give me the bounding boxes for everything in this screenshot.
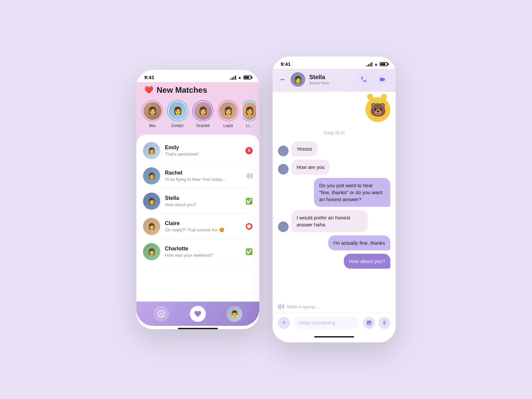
nav-profile-button[interactable]: 👨 bbox=[226, 306, 242, 322]
back-button[interactable]: ← bbox=[279, 75, 287, 84]
home-bar-right bbox=[314, 336, 354, 337]
status-bar-right: 9:41 ▲ bbox=[273, 57, 396, 69]
match-avatar-evelyn[interactable]: 👩 Evelyn bbox=[167, 100, 188, 128]
avatar-name-mia: Mia bbox=[149, 123, 155, 128]
nav-matches-button[interactable] bbox=[190, 306, 206, 322]
message-row-1: Yessss bbox=[278, 141, 390, 156]
message-placeholder: Write something bbox=[299, 320, 335, 326]
chat-item-stella[interactable]: 👩 Stella How about you? ✅ bbox=[136, 189, 259, 214]
chat-header: ← 👩 Stella Active Now bbox=[273, 69, 396, 92]
typing-indicator: Stella is typing... bbox=[273, 300, 396, 313]
input-bar: + Write something bbox=[273, 313, 396, 334]
chat-item-claire[interactable]: 👩 Claire Oh really?! That sounds fun 🤩 ⭕ bbox=[136, 214, 259, 239]
message-row-5: I'm actually fine, thanks bbox=[278, 235, 390, 250]
message-row-6: How about you? bbox=[278, 254, 390, 269]
wave-icon-rachel bbox=[247, 173, 253, 179]
battery-icon-right bbox=[380, 62, 388, 66]
check-icon-stella: ✅ bbox=[245, 198, 253, 205]
chat-avatar-rachel: 👩 bbox=[143, 167, 160, 185]
signal-icon-right bbox=[366, 62, 372, 66]
battery-icon bbox=[243, 75, 251, 79]
wifi-icon: ▲ bbox=[238, 75, 242, 80]
matches-title: New Matches bbox=[157, 85, 207, 95]
status-bar-left: 9:41 ▲ bbox=[136, 70, 259, 82]
chat-item-emily[interactable]: 👩 Emily That's awesome!! 5 bbox=[136, 138, 259, 163]
bubble-yessss: Yessss bbox=[291, 141, 318, 156]
status-icons-right: ▲ bbox=[366, 62, 388, 66]
chat-avatar-stella: 👩 bbox=[143, 193, 160, 210]
chat-list: 👩 Emily That's awesome!! 5 👩 bbox=[136, 135, 259, 302]
signal-icon bbox=[230, 75, 236, 80]
match-avatar-lily[interactable]: 👩 Li... bbox=[243, 100, 256, 128]
check-outline-icon-claire: ⭕ bbox=[245, 223, 253, 230]
voice-message-button[interactable] bbox=[378, 317, 390, 329]
bubble-how-about-you: How about you? bbox=[344, 254, 390, 269]
home-bar-left bbox=[178, 328, 218, 329]
message-date: Today 08:31 bbox=[278, 131, 390, 135]
stella-avatar-msg1 bbox=[278, 146, 289, 156]
chat-preview-stella: How about you? bbox=[165, 202, 241, 207]
chat-info-charlotte: Charlotte How was your weekend? bbox=[165, 246, 241, 258]
chat-avatar-charlotte: 👩 bbox=[143, 243, 160, 260]
avatar-name-lily: Li... bbox=[246, 123, 252, 128]
bottom-nav: 👨 bbox=[136, 302, 259, 326]
input-action-buttons bbox=[363, 317, 390, 329]
match-avatar-mia[interactable]: 👩 Mia bbox=[142, 100, 163, 128]
header-contact-status: Active Now bbox=[309, 81, 353, 85]
chat-name-claire: Claire bbox=[165, 220, 241, 226]
nav-discover-button[interactable] bbox=[153, 306, 169, 322]
message-input[interactable]: Write something bbox=[294, 317, 359, 329]
video-call-button[interactable] bbox=[376, 73, 389, 86]
chat-name-rachel: Rachel bbox=[165, 170, 242, 176]
add-attachment-button[interactable]: + bbox=[278, 317, 290, 329]
avatar-name-layla: Layla bbox=[223, 123, 233, 128]
check-icon-charlotte: ✅ bbox=[245, 248, 253, 255]
bubble-how-are-you: How are you bbox=[291, 160, 330, 175]
match-avatar-scarlett[interactable]: 👩 Scarlett bbox=[192, 100, 213, 128]
header-contact-name: Stella bbox=[309, 74, 353, 81]
chat-name-charlotte: Charlotte bbox=[165, 246, 241, 252]
bubble-fine-thanks-question: Do you just want to hear "fine, thanks" … bbox=[314, 178, 390, 207]
matches-content: ❤️ New Matches 👩 Mi bbox=[136, 82, 259, 302]
chat-info-stella: Stella How about you? bbox=[165, 195, 241, 207]
chat-avatar-emily: 👩 bbox=[143, 142, 160, 159]
sticker-area: 🐻 bbox=[278, 97, 390, 122]
call-button[interactable] bbox=[357, 73, 370, 86]
phones-container: 9:41 ▲ ❤️ Ne bbox=[136, 57, 396, 342]
chat-preview-charlotte: How was your weekend? bbox=[165, 253, 241, 258]
matches-phone: 9:41 ▲ ❤️ Ne bbox=[136, 70, 259, 329]
message-row-2: How are you bbox=[278, 160, 390, 175]
chat-item-charlotte[interactable]: 👩 Charlotte How was your weekend? ✅ bbox=[136, 239, 259, 264]
stella-avatar-msg4 bbox=[278, 221, 289, 232]
unread-badge-emily: 5 bbox=[245, 147, 253, 154]
avatar-name-evelyn: Evelyn bbox=[172, 123, 184, 128]
status-icons-left: ▲ bbox=[230, 75, 251, 80]
chat-avatar-claire: 👩 bbox=[143, 218, 160, 235]
match-avatars-row: 👩 Mia 👩 bbox=[136, 100, 259, 135]
chat-preview-emily: That's awesome!! bbox=[165, 152, 241, 157]
chat-phone: 9:41 ▲ ← 👩 bbox=[273, 57, 396, 342]
image-picker-button[interactable] bbox=[363, 317, 375, 329]
chat-info-emily: Emily That's awesome!! bbox=[165, 145, 241, 157]
header-actions bbox=[357, 73, 389, 86]
time-right: 9:41 bbox=[281, 61, 291, 67]
message-row-4: I would prefer an honest answer haha bbox=[278, 210, 390, 232]
chat-name-emily: Emily bbox=[165, 145, 241, 151]
heart-icon: ❤️ bbox=[144, 86, 153, 94]
chat-messages: 🐻 Today 08:31 Yessss How are you D bbox=[273, 92, 396, 300]
time-left: 9:41 bbox=[144, 74, 154, 80]
bubble-actually-fine: I'm actually fine, thanks bbox=[328, 235, 390, 250]
chat-phone-inner: ← 👩 Stella Active Now bbox=[273, 69, 396, 339]
chat-item-rachel[interactable]: 👩 Rachel I'll be flying to New York toda… bbox=[136, 163, 259, 189]
chat-info-rachel: Rachel I'll be flying to New York today.… bbox=[165, 170, 242, 182]
match-avatar-layla[interactable]: 👩 Layla bbox=[217, 100, 239, 128]
chat-name-stella: Stella bbox=[165, 195, 241, 201]
message-row-3: Do you just want to hear "fine, thanks" … bbox=[278, 178, 390, 207]
typing-wave-icon bbox=[278, 304, 284, 310]
stella-header-avatar: 👩 bbox=[291, 72, 305, 87]
avatar-name-scarlett: Scarlett bbox=[196, 123, 210, 128]
chat-info-claire: Claire Oh really?! That sounds fun 🤩 bbox=[165, 220, 241, 232]
chat-preview-rachel: I'll be flying to New York today... bbox=[165, 177, 242, 182]
stella-avatar-msg2 bbox=[278, 164, 289, 175]
chat-preview-claire: Oh really?! That sounds fun 🤩 bbox=[165, 227, 241, 232]
